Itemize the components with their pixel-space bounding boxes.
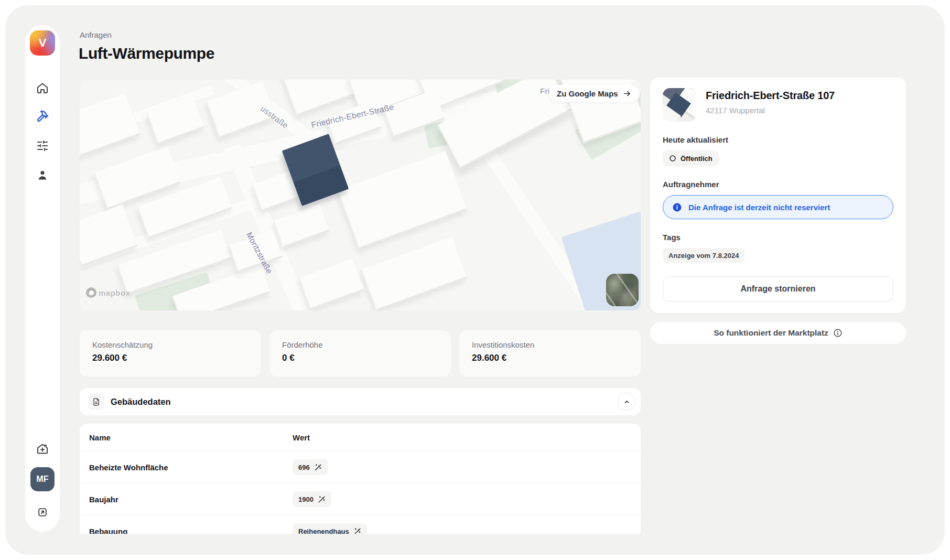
contractor-label: Auftragnehmer: [663, 180, 893, 189]
table-row: Bebauung Reihenendhaus: [80, 515, 641, 534]
collapse-button[interactable]: [618, 393, 635, 411]
google-maps-label: Zu Google Maps: [557, 89, 618, 98]
stat-label: Kostenschätzung: [92, 340, 249, 349]
nav-external-link[interactable]: [36, 506, 49, 519]
sliders-icon: [36, 139, 49, 152]
arrow-right-icon: [623, 89, 632, 98]
stat-card-investment: Investitionskosten 29.600 €: [459, 330, 641, 376]
row-value-pill[interactable]: 1900: [293, 491, 331, 507]
reservation-alert: Die Anfrage ist derzeit nicht reserviert: [663, 195, 893, 219]
tags-label: Tags: [663, 233, 893, 242]
row-name: Beheizte Wohnfläche: [89, 463, 293, 472]
visibility-badge-label: Öffentlich: [681, 155, 712, 163]
property-card: Friedrich-Ebert-Straße 107 42117 Wuppert…: [650, 78, 906, 313]
nav-requests-active[interactable]: [36, 110, 49, 123]
building-data-title: Gebäudedaten: [111, 397, 171, 407]
cancel-request-button[interactable]: Anfrage stornieren: [663, 276, 893, 301]
table-row: Baujahr 1900: [80, 483, 641, 515]
circle-icon: [669, 155, 676, 162]
stat-card-subsidy: Förderhöhe 0 €: [269, 330, 451, 376]
stat-value: 0 €: [282, 353, 438, 363]
mapbox-attribution[interactable]: mapbox: [86, 287, 131, 298]
google-maps-button[interactable]: Zu Google Maps: [549, 85, 640, 102]
stat-label: Förderhöhe: [282, 340, 438, 349]
sidebar: V MF: [25, 25, 60, 532]
property-title: Friedrich-Ebert-Straße 107: [706, 90, 835, 102]
stat-label: Investitionskosten: [472, 340, 628, 349]
property-subtitle: 42117 Wuppertal: [706, 106, 835, 115]
marketplace-info-button[interactable]: So funktioniert der Marktplatz: [650, 322, 906, 344]
app-logo[interactable]: V: [30, 30, 55, 56]
column-header-value: Wert: [293, 433, 310, 442]
user-avatar[interactable]: MF: [30, 467, 55, 491]
map[interactable]: Friedrich-Ebert-Straße Moritzstraße usst…: [80, 80, 641, 310]
building-data-header: Gebäudedaten: [80, 388, 641, 415]
document-icon-box: [88, 394, 104, 410]
magic-wand-icon: [318, 496, 326, 503]
stat-card-cost-estimate: Kostenschätzung 29.600 €: [80, 330, 261, 376]
table-header-row: Name Wert: [80, 424, 641, 451]
magic-wand-icon: [353, 527, 361, 534]
hammer-icon: [36, 110, 49, 123]
reservation-alert-text: Die Anfrage ist derzeit nicht reserviert: [688, 203, 830, 212]
magic-wand-icon: [314, 464, 322, 471]
chevron-up-icon: [623, 398, 631, 406]
row-name: Baujahr: [89, 495, 293, 504]
marketplace-info-label: So funktioniert der Marktplatz: [714, 328, 828, 338]
row-value: Reihenendhaus: [298, 527, 349, 534]
stat-value: 29.600 €: [472, 353, 628, 363]
external-link-icon: [37, 507, 48, 518]
document-icon: [92, 397, 101, 406]
nav-filters[interactable]: [36, 139, 49, 152]
page-title: Luft-Wärmepumpe: [79, 44, 214, 63]
nav-add-property[interactable]: [36, 442, 49, 455]
building-data-table: Name Wert Beheizte Wohnfläche 696 Baujah…: [80, 424, 641, 534]
nav-home[interactable]: [36, 82, 49, 94]
home-icon: [36, 82, 49, 94]
updated-label: Heute aktualisiert: [663, 135, 893, 144]
row-value: 1900: [298, 496, 314, 503]
mapbox-logo-icon: [86, 287, 96, 298]
info-outline-icon: [833, 328, 843, 338]
house-plus-icon: [36, 442, 49, 455]
satellite-layer-toggle[interactable]: [606, 274, 639, 306]
table-row: Beheizte Wohnfläche 696: [80, 451, 641, 483]
mapbox-wordmark: mapbox: [99, 288, 131, 297]
stats-row: Kostenschätzung 29.600 € Förderhöhe 0 € …: [80, 330, 641, 376]
property-thumbnail: [663, 88, 696, 122]
app-logo-letter: V: [39, 36, 47, 50]
row-value: 696: [298, 464, 310, 471]
row-value-pill[interactable]: 696: [293, 459, 328, 475]
person-icon: [36, 169, 49, 181]
property-header: Friedrich-Ebert-Straße 107 42117 Wuppert…: [663, 88, 893, 122]
row-value-pill[interactable]: Reihenendhaus: [293, 523, 367, 534]
column-header-name: Name: [89, 433, 293, 442]
tag-pill: Anzeige vom 7.8.2024: [663, 248, 744, 263]
row-name: Bebauung: [89, 527, 293, 534]
breadcrumb[interactable]: Anfragen: [80, 30, 112, 39]
visibility-badge: Öffentlich: [663, 150, 719, 166]
stat-value: 29.600 €: [92, 353, 249, 363]
info-filled-icon: [672, 202, 682, 212]
nav-profile[interactable]: [36, 169, 49, 181]
